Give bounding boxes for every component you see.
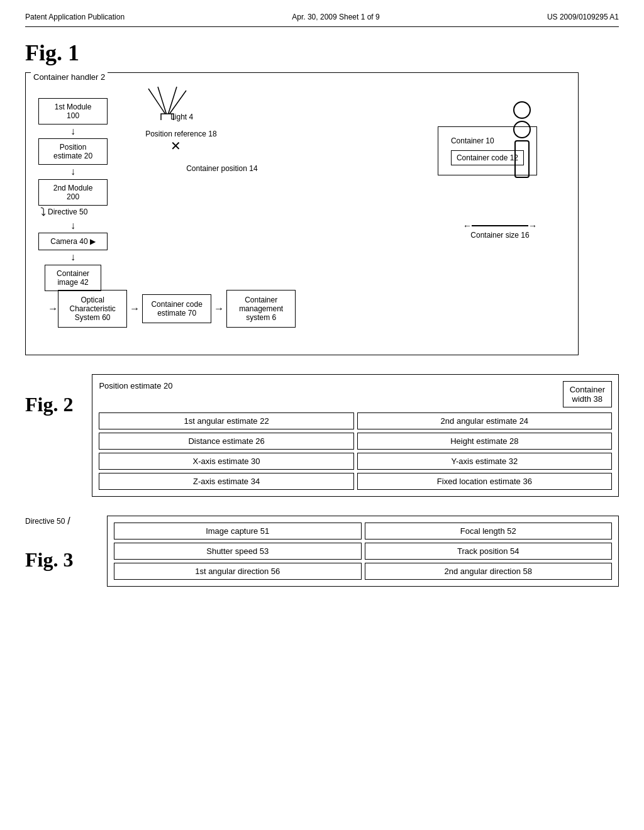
- cms-box: Container management system 6: [226, 290, 296, 328]
- container10-label: Container 10: [451, 136, 524, 145]
- fig3-table: Image capture 51 Focal length 52 Shutter…: [107, 516, 619, 587]
- cms-label: Container management system 6: [239, 296, 283, 322]
- module1-label: 1st Module100: [55, 102, 92, 120]
- header-left: Patent Application Publication: [25, 13, 125, 21]
- container-image-label: Containerimage 42: [57, 269, 89, 287]
- container10-box: Container 10 Container code 12: [438, 126, 537, 175]
- container-size-label: Container size 16: [463, 231, 537, 240]
- arrow-module1-to-pos: ↓: [70, 124, 75, 138]
- cce-label: Container code estimate 70: [151, 300, 202, 318]
- fig3-cell-0: Image capture 51: [114, 523, 362, 540]
- fig1-label: Fig. 1: [25, 40, 619, 66]
- fig2-title-row: Position estimate 20 Container width 38: [99, 381, 612, 407]
- bracket-icon: /: [67, 516, 70, 527]
- svg-line-1: [158, 87, 167, 117]
- directive-label-left: ⤵ Directive 50: [40, 206, 87, 219]
- container-width-box: Container width 38: [563, 381, 612, 407]
- directive-bracket-icon: ⤵: [40, 206, 46, 219]
- pulley-circle-top: [513, 101, 531, 119]
- fig1-container-title: Container handler 2: [31, 72, 108, 82]
- fig3-cell-5: 2nd angular direction 58: [365, 563, 613, 580]
- arrow-pos-to-mod2: ↓: [70, 165, 75, 179]
- fig2-cell-4: X-axis estimate 30: [99, 453, 353, 470]
- fig3-directive-label: Directive 50 /: [25, 516, 70, 527]
- module2-box: 2nd Module200: [38, 179, 108, 206]
- position-estimate-label: Positionestimate 20: [53, 143, 92, 160]
- position-ref-label: Position reference 18 ✕: [145, 130, 216, 153]
- camera-box: Camera 40 ▶: [38, 233, 108, 250]
- container-size-area: ← → Container size 16: [463, 221, 537, 240]
- cce-box: Container code estimate 70: [142, 294, 211, 323]
- container-position-label: Container position 14: [186, 164, 257, 173]
- fig2-grid: 1st angular estimate 22 2nd angular esti…: [99, 412, 612, 490]
- fig2-cell-7: Fixed location estimate 36: [357, 473, 612, 490]
- arrow-camera-to-image: ↓: [70, 250, 75, 264]
- page-header: Patent Application Publication Apr. 30, …: [25, 13, 619, 27]
- fig3-cell-4: 1st angular direction 56: [114, 563, 362, 580]
- fig3-section: Directive 50 / Fig. 3 Image capture 51 F…: [25, 516, 619, 587]
- container-code-box: Container code 12: [451, 150, 524, 165]
- arrow-cce-to-cms: →: [214, 303, 224, 314]
- module2-label: 2nd Module200: [53, 184, 93, 201]
- fig3-cell-2: Shutter speed 53: [114, 543, 362, 560]
- light-label: Light 4: [170, 113, 193, 121]
- container-width-label: Container width 38: [570, 385, 605, 404]
- position-estimate-box: Positionestimate 20: [38, 138, 108, 165]
- svg-line-0: [148, 89, 167, 117]
- ocs-label: Optical Characteristic System 60: [69, 296, 115, 322]
- fig2-section: Fig. 2 Position estimate 20 Container wi…: [25, 374, 619, 497]
- fig2-cell-3: Height estimate 28: [357, 433, 612, 450]
- container-size-arrow: ← →: [463, 221, 537, 231]
- ocs-box: Optical Characteristic System 60: [58, 290, 127, 328]
- fig3-label-area: Directive 50 / Fig. 3: [25, 516, 94, 572]
- fig2-title: Position estimate 20: [99, 381, 172, 390]
- fig3-cell-3: Track position 54: [365, 543, 613, 560]
- fig2-cell-5: Y-axis estimate 32: [357, 453, 612, 470]
- fig1-right-area: Light 4 Position reference 18 ✕ Containe…: [111, 95, 569, 334]
- fig2-label: Fig. 2: [25, 393, 73, 416]
- arrow-ocs-to-cce: →: [130, 303, 140, 314]
- module1-box: 1st Module100: [38, 98, 108, 124]
- fig2-cell-2: Distance estimate 26: [99, 433, 353, 450]
- container-image-box: Containerimage 42: [45, 265, 101, 291]
- header-middle: Apr. 30, 2009 Sheet 1 of 9: [292, 13, 379, 21]
- fig2-cell-1: 2nd angular estimate 24: [357, 412, 612, 429]
- directive-text: Directive 50: [48, 208, 87, 216]
- header-right: US 2009/0109295 A1: [547, 13, 619, 21]
- fig3-grid: Image capture 51 Focal length 52 Shutter…: [114, 523, 612, 580]
- arrow-mod2-to-camera: ↓: [70, 219, 75, 233]
- arrow-image-to-ocs: →: [48, 303, 58, 314]
- bottom-flow: → Optical Characteristic System 60 → Con…: [48, 290, 296, 328]
- fig3-label: Fig. 3: [25, 548, 73, 572]
- fig3-cell-1: Focal length 52: [365, 523, 613, 540]
- fig2-table: Position estimate 20 Container width 38 …: [92, 374, 619, 497]
- fig2-cell-6: Z-axis estimate 34: [99, 473, 353, 490]
- fig1-diagram: Container handler 2 1st Module100 ↓ Posi…: [25, 72, 579, 355]
- fig2-cell-0: 1st angular estimate 22: [99, 412, 353, 429]
- light-area: Light 4: [142, 86, 193, 121]
- camera-label: Camera 40 ▶: [50, 237, 96, 246]
- directive50-text: Directive 50: [25, 517, 65, 526]
